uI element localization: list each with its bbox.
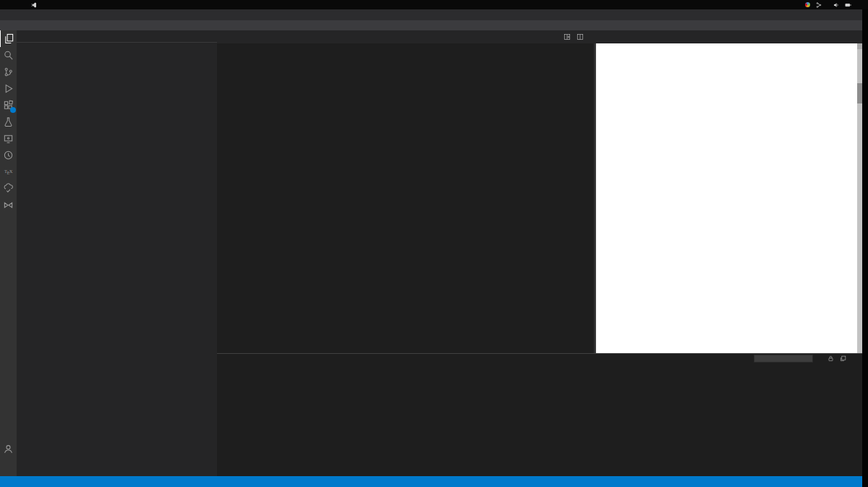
run-debug-icon (3, 83, 14, 94)
tab-bar (595, 30, 862, 43)
lock-scroll-icon[interactable] (827, 355, 834, 362)
source-control-icon (3, 67, 14, 77)
scrollbar-thumb[interactable] (857, 83, 862, 103)
activitybar-accounts[interactable] (0, 441, 17, 457)
activitybar-extensions[interactable] (0, 97, 17, 114)
pdf-scrollbar[interactable] (857, 43, 862, 353)
activitybar-run-debug[interactable] (0, 80, 17, 97)
activitybar-explorer[interactable] (0, 30, 17, 47)
project-root-row[interactable] (17, 50, 217, 58)
extensions-badge (10, 107, 16, 113)
status-bar (0, 476, 862, 487)
split-editor-icon[interactable] (576, 33, 584, 41)
screen-icon (3, 133, 14, 144)
activitybar-latex-workshop[interactable]: TEX (0, 164, 17, 180)
desktop: TEX (0, 0, 868, 487)
breadcrumb[interactable] (217, 43, 593, 51)
editor-group-code (217, 30, 593, 353)
battery-icon[interactable] (845, 2, 851, 8)
output-channel-select[interactable] (754, 355, 813, 363)
activitybar-todo-tree[interactable] (0, 180, 17, 197)
network-icon[interactable] (816, 2, 822, 8)
clock-icon (3, 150, 14, 161)
pdf-viewer (595, 43, 862, 353)
files-icon (4, 33, 14, 44)
explorer-sidebar (17, 30, 217, 476)
pdf-page (596, 43, 857, 353)
tex-icon: TEX (4, 169, 12, 175)
bowtie-icon (3, 200, 14, 211)
activitybar-settings[interactable] (0, 457, 17, 474)
tree-check-icon (3, 183, 14, 194)
volume-icon[interactable] (833, 2, 839, 8)
background-terminal-strip (862, 9, 868, 487)
activity-bar: TEX (0, 30, 17, 476)
flask-icon (3, 117, 14, 127)
app-indicator-icon[interactable] (805, 2, 810, 7)
activitybar-bowtie[interactable] (0, 197, 17, 213)
activitybar-screen[interactable] (0, 130, 17, 147)
output-console[interactable] (217, 364, 859, 476)
view-pdf-icon[interactable] (563, 33, 571, 41)
sidebar-header (17, 30, 217, 42)
editor-group-pdf (595, 30, 862, 353)
search-icon (3, 50, 14, 61)
bottom-panel (217, 353, 862, 476)
app-menu[interactable] (31, 2, 43, 8)
menu-bar (0, 20, 862, 30)
activitybar-source-control[interactable] (0, 64, 17, 80)
vscode-logo-icon (31, 2, 37, 8)
window-titlebar (0, 9, 862, 20)
activitybar-clock[interactable] (0, 147, 17, 164)
open-in-editor-icon[interactable] (840, 355, 846, 362)
open-editors-section[interactable] (17, 42, 217, 50)
gnome-top-bar (0, 0, 868, 9)
activitybar-search[interactable] (0, 47, 17, 64)
scrollbar-up-button[interactable] (857, 43, 862, 49)
activitybar-testing[interactable] (0, 114, 17, 130)
account-icon (3, 444, 14, 454)
panel-tab-bar (217, 354, 862, 364)
tab-bar (217, 30, 593, 43)
